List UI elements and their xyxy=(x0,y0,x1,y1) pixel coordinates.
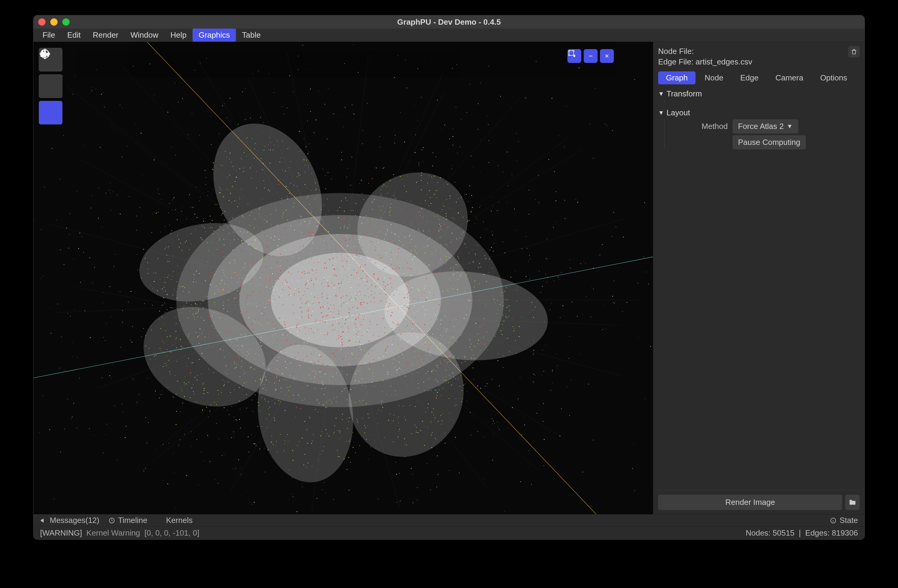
svg-point-504 xyxy=(312,269,313,270)
svg-point-81 xyxy=(309,238,311,239)
svg-point-211 xyxy=(485,303,486,303)
svg-point-1176 xyxy=(254,248,255,249)
svg-point-3474 xyxy=(612,130,613,131)
svg-point-2279 xyxy=(421,149,422,150)
svg-point-2541 xyxy=(143,471,144,471)
svg-point-214 xyxy=(355,250,357,251)
svg-point-1183 xyxy=(237,290,238,291)
svg-point-2585 xyxy=(474,379,474,379)
svg-point-2543 xyxy=(461,238,461,238)
close-icon[interactable] xyxy=(38,18,46,26)
bottom-timeline[interactable]: Timeline xyxy=(109,516,148,525)
svg-point-2007 xyxy=(547,282,547,282)
svg-point-581 xyxy=(367,281,368,282)
svg-point-630 xyxy=(196,401,197,402)
svg-point-2265 xyxy=(40,278,41,278)
svg-point-340 xyxy=(240,284,241,285)
svg-point-1044 xyxy=(289,255,290,256)
svg-point-2386 xyxy=(493,279,494,279)
bottom-messages[interactable]: Messages(12) xyxy=(40,516,100,525)
menu-table[interactable]: Table xyxy=(236,29,267,41)
svg-point-2776 xyxy=(259,214,259,215)
svg-point-532 xyxy=(436,273,437,273)
tab-options[interactable]: Options xyxy=(812,71,855,84)
svg-point-2869 xyxy=(515,271,515,271)
tab-edge[interactable]: Edge xyxy=(732,71,766,84)
svg-point-3162 xyxy=(308,225,308,226)
svg-point-1924 xyxy=(341,273,341,273)
svg-point-2392 xyxy=(261,337,261,338)
svg-point-1194 xyxy=(243,240,244,241)
bottom-kernels[interactable]: Kernels xyxy=(157,516,192,525)
svg-point-453 xyxy=(369,362,371,363)
svg-point-2018 xyxy=(178,445,179,445)
svg-point-1110 xyxy=(271,234,272,235)
svg-point-43 xyxy=(262,327,263,328)
svg-point-1803 xyxy=(404,259,405,259)
viewport-window-button[interactable] xyxy=(632,49,646,63)
tab-graph[interactable]: Graph xyxy=(658,71,695,84)
svg-point-2436 xyxy=(232,218,233,218)
svg-point-798 xyxy=(328,286,329,287)
viewport-close-button[interactable]: × xyxy=(600,49,614,63)
tab-node[interactable]: Node xyxy=(697,71,731,84)
maximize-icon[interactable] xyxy=(62,18,69,26)
svg-point-2383 xyxy=(287,298,288,299)
delete-button[interactable] xyxy=(848,46,860,58)
svg-point-2757 xyxy=(288,267,288,267)
svg-point-1859 xyxy=(457,228,458,229)
minimize-icon[interactable] xyxy=(50,18,58,26)
svg-point-1927 xyxy=(280,347,280,347)
menu-window[interactable]: Window xyxy=(125,29,164,41)
menu-edit[interactable]: Edit xyxy=(61,29,87,41)
menu-file[interactable]: File xyxy=(37,29,61,41)
svg-point-989 xyxy=(238,124,238,124)
svg-point-1928 xyxy=(155,273,155,273)
svg-point-2868 xyxy=(223,350,223,350)
viewport[interactable]: • − × xyxy=(34,42,653,514)
svg-point-3270 xyxy=(459,473,460,473)
svg-point-1648 xyxy=(452,262,453,263)
svg-point-2491 xyxy=(224,385,224,385)
svg-point-1451 xyxy=(343,459,344,459)
svg-point-3094 xyxy=(437,365,437,366)
svg-point-829 xyxy=(338,283,340,284)
svg-point-1055 xyxy=(297,197,297,197)
svg-point-1681 xyxy=(420,285,420,286)
svg-point-1725 xyxy=(450,338,451,338)
viewport-fullscreen-button[interactable] xyxy=(616,49,630,63)
tool-camera[interactable] xyxy=(39,101,62,124)
bottom-state[interactable]: State xyxy=(830,516,858,525)
svg-point-332 xyxy=(460,375,461,376)
svg-point-262 xyxy=(483,324,483,325)
render-image-button[interactable]: Render Image xyxy=(658,494,842,510)
svg-point-1881 xyxy=(458,212,459,213)
tab-camera[interactable]: Camera xyxy=(767,71,811,84)
svg-point-509 xyxy=(458,239,459,240)
svg-point-766 xyxy=(354,269,354,270)
svg-point-2593 xyxy=(347,246,348,246)
trash-icon xyxy=(851,49,857,55)
svg-point-2931 xyxy=(297,316,297,317)
svg-point-1344 xyxy=(198,311,199,312)
svg-point-611 xyxy=(326,243,326,244)
svg-point-3164 xyxy=(274,354,274,355)
svg-point-633 xyxy=(266,246,267,246)
method-select[interactable]: Force Atlas 2 ▼ xyxy=(733,119,798,134)
menu-help[interactable]: Help xyxy=(164,29,192,41)
svg-point-1396 xyxy=(268,408,269,409)
svg-point-2034 xyxy=(254,321,254,321)
svg-point-1914 xyxy=(390,210,391,211)
svg-point-2443 xyxy=(390,262,391,263)
section-layout-header[interactable]: ▼ Layout xyxy=(658,108,860,117)
section-transform-header[interactable]: ▼ Transform xyxy=(658,89,860,98)
menu-render[interactable]: Render xyxy=(87,29,125,41)
tool-move[interactable] xyxy=(39,74,62,98)
viewport-minus-button[interactable]: − xyxy=(584,49,598,63)
svg-point-3508 xyxy=(44,50,46,52)
svg-point-687 xyxy=(311,353,312,354)
pause-computing-button[interactable]: Pause Computing xyxy=(733,135,806,149)
menu-graphics[interactable]: Graphics xyxy=(192,29,236,41)
render-folder-button[interactable] xyxy=(845,494,860,510)
svg-point-2978 xyxy=(456,365,457,365)
